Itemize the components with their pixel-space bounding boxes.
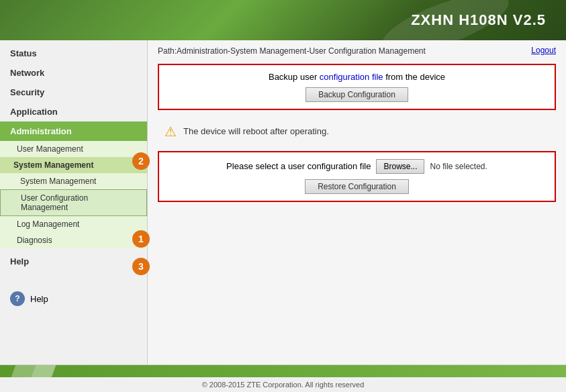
footer: © 2008-2015 ZTE Corporation. All rights … [0,364,566,392]
browse-button[interactable]: Browse... [376,159,424,174]
sidebar: Status Network Security Application Admi… [0,40,148,364]
warning-row: ⚠ The device will reboot after operating… [158,120,556,143]
header: ZXHN H108N V2.5 [0,0,566,40]
backup-link: configuration file [320,72,383,82]
help-section: ? Help [0,285,147,313]
sidebar-sub-user-config[interactable]: User Configuration Management [0,189,147,216]
warning-icon: ⚠ [164,124,177,140]
sidebar-sub-user-management[interactable]: User Management [0,141,147,157]
backup-configuration-button[interactable]: Backup Configuration [305,87,408,102]
sidebar-sub-diagnosis[interactable]: Diagnosis [0,232,147,248]
sidebar-item-application[interactable]: Application [0,102,147,121]
badge-3: 3 [132,258,150,275]
sidebar-item-status[interactable]: Status [0,44,147,63]
restore-description: Please select a user configuration file [226,161,371,171]
sidebar-item-help[interactable]: Help [0,252,147,271]
sidebar-item-administration[interactable]: Administration [0,121,147,141]
footer-stripe [0,365,566,377]
content-area: Path:Administration-System Management-Us… [148,40,566,364]
badge-2: 2 [132,152,150,170]
help-icon[interactable]: ? [10,291,25,306]
logout-button[interactable]: Logout [531,46,556,55]
sidebar-item-security[interactable]: Security [0,83,147,102]
sidebar-sub-log-management[interactable]: Log Management [0,216,147,232]
app-title: ZXHN H108N V2.5 [411,11,546,29]
sidebar-sub-system-management-group[interactable]: System Management [0,157,147,173]
badge-1: 1 [132,230,150,248]
no-file-text: No file selected. [430,162,487,171]
warning-text: The device will reboot after operating. [183,126,329,136]
footer-copyright: © 2008-2015 ZTE Corporation. All rights … [0,377,566,392]
backup-section: Backup user configuration file from the … [158,64,556,110]
breadcrumb: Path:Administration-System Management-Us… [158,46,556,57]
restore-configuration-button[interactable]: Restore Configuration [305,179,409,194]
restore-section: Please select a user configuration file … [158,151,556,202]
sidebar-item-network[interactable]: Network [0,63,147,83]
help-label: Help [30,294,48,304]
sidebar-sub-system-management[interactable]: System Management [0,173,147,189]
breadcrumb-path: Path:Administration-System Management-Us… [158,46,426,57]
restore-row: Please select a user configuration file … [166,159,548,174]
backup-description: Backup user configuration file from the … [166,72,548,82]
